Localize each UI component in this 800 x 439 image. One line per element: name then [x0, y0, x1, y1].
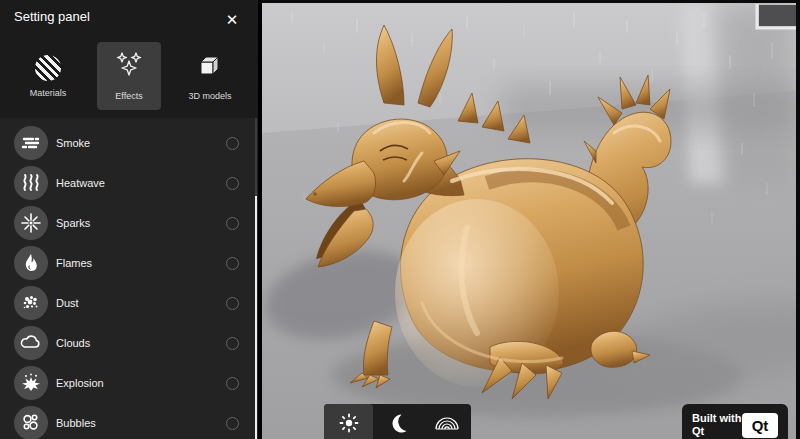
app-window: Setting panel ✕ Materials: [0, 0, 800, 439]
clouds-icon: [14, 326, 48, 360]
sparks-icon: [14, 206, 48, 240]
tab-effects-label: Effects: [115, 91, 142, 101]
rainbow-icon: [434, 412, 460, 438]
effect-label: Smoke: [56, 137, 90, 149]
settings-panel: Setting panel ✕ Materials: [0, 0, 258, 439]
panel-header: Setting panel ✕ Materials: [0, 0, 258, 118]
cube-icon: [196, 52, 224, 84]
viewport-3d[interactable]: Built with Qt Qt: [262, 0, 800, 439]
bubbles-icon: [14, 406, 48, 439]
effect-row-dust[interactable]: Dust: [0, 283, 258, 323]
scene-window: [757, 4, 796, 28]
badge-line2: Qt: [692, 425, 742, 438]
effect-row-flames[interactable]: Flames: [0, 243, 258, 283]
effect-label: Heatwave: [56, 177, 105, 189]
effect-row-clouds[interactable]: Clouds: [0, 323, 258, 363]
effect-radio-heatwave[interactable]: [226, 177, 239, 190]
effect-radio-smoke[interactable]: [226, 137, 239, 150]
effect-radio-dust[interactable]: [226, 297, 239, 310]
badge-text: Built with Qt: [692, 412, 742, 438]
effect-radio-bubbles[interactable]: [226, 417, 239, 430]
effect-row-explosion[interactable]: Explosion: [0, 363, 258, 403]
sun-icon: [338, 412, 360, 438]
effect-label: Bubbles: [56, 417, 96, 429]
qt-logo: Qt: [742, 413, 778, 438]
scene-render: [262, 3, 796, 439]
environment-toolbar: [324, 404, 471, 439]
close-icon[interactable]: ✕: [220, 8, 244, 32]
tab-materials[interactable]: Materials: [16, 42, 80, 110]
built-with-qt-badge[interactable]: Built with Qt Qt: [682, 404, 788, 439]
tab-3d-models[interactable]: 3D models: [178, 42, 242, 110]
effect-label: Explosion: [56, 377, 104, 389]
tab-bar: Materials Effects: [0, 42, 258, 110]
day-mode-button[interactable]: [324, 404, 373, 439]
effect-row-heatwave[interactable]: Heatwave: [0, 163, 258, 203]
effect-label: Clouds: [56, 337, 90, 349]
effect-label: Dust: [56, 297, 79, 309]
effect-radio-explosion[interactable]: [226, 377, 239, 390]
effects-icon: [114, 52, 144, 84]
tab-materials-label: Materials: [30, 88, 67, 98]
rain-mode-button[interactable]: [422, 404, 471, 439]
tab-3d-models-label: 3D models: [188, 91, 231, 101]
scrollbar-thumb[interactable]: [255, 196, 257, 439]
effect-label: Sparks: [56, 217, 90, 229]
smoke-icon: [14, 126, 48, 160]
night-mode-button[interactable]: [373, 404, 422, 439]
effect-radio-clouds[interactable]: [226, 337, 239, 350]
heatwave-icon: [14, 166, 48, 200]
effect-row-smoke[interactable]: Smoke: [0, 123, 258, 163]
flames-icon: [14, 246, 48, 280]
effect-radio-flames[interactable]: [226, 257, 239, 270]
moon-icon: [387, 412, 409, 438]
panel-title: Setting panel: [14, 8, 104, 25]
effect-row-bubbles[interactable]: Bubbles: [0, 403, 258, 439]
explosion-icon: [14, 366, 48, 400]
scrollbar-track[interactable]: [255, 118, 257, 196]
dust-icon: [14, 286, 48, 320]
badge-line1: Built with: [692, 412, 742, 425]
effect-row-sparks[interactable]: Sparks: [0, 203, 258, 243]
effect-radio-sparks[interactable]: [226, 217, 239, 230]
effect-label: Flames: [56, 257, 92, 269]
effects-list: Smoke Heatwave: [0, 118, 258, 439]
tab-effects[interactable]: Effects: [97, 42, 161, 110]
materials-icon: [35, 55, 61, 81]
